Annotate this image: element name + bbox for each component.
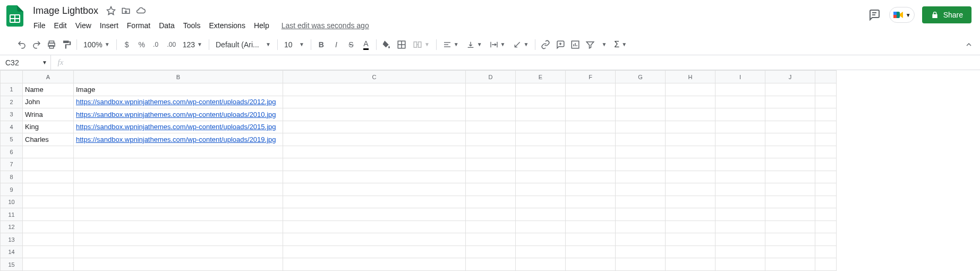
cell-I5[interactable] (715, 133, 765, 146)
cell-B13[interactable] (74, 233, 283, 246)
cell-D7[interactable] (466, 158, 516, 171)
cell-A7[interactable] (23, 158, 74, 171)
cell-G9[interactable] (616, 183, 666, 196)
cell-D13[interactable] (466, 233, 516, 246)
cell-B8[interactable] (74, 171, 283, 183)
cell-extra-13[interactable] (815, 233, 837, 246)
cell-E10[interactable] (516, 196, 566, 208)
cell-H9[interactable] (666, 183, 715, 196)
cell-extra-7[interactable] (815, 158, 837, 171)
cell-extra-5[interactable] (815, 133, 837, 146)
cell-J3[interactable] (765, 108, 815, 121)
row-header-7[interactable]: 7 (1, 158, 23, 171)
name-box[interactable]: C32 ▼ (0, 55, 51, 70)
cell-C6[interactable] (283, 146, 466, 158)
cell-extra-4[interactable] (815, 121, 837, 133)
col-header-J[interactable]: J (765, 71, 815, 83)
cell-E1[interactable] (516, 83, 566, 96)
cell-C7[interactable] (283, 158, 466, 171)
cell-C14[interactable] (283, 245, 466, 258)
row-header-2[interactable]: 2 (1, 96, 23, 108)
cell-A13[interactable] (23, 233, 74, 246)
cell-H7[interactable] (666, 158, 715, 171)
cell-I10[interactable] (715, 196, 765, 208)
cell-I1[interactable] (715, 83, 765, 96)
cell-F14[interactable] (566, 245, 616, 258)
strikethrough-button[interactable]: S (344, 38, 358, 52)
cell-I8[interactable] (715, 171, 765, 183)
cell-E6[interactable] (516, 146, 566, 158)
menu-format[interactable]: Format (123, 19, 154, 32)
cell-I9[interactable] (715, 183, 765, 196)
cell-I6[interactable] (715, 146, 765, 158)
col-header-F[interactable]: F (566, 71, 616, 83)
cell-F15[interactable] (566, 258, 616, 271)
cell-J4[interactable] (765, 121, 815, 133)
cell-J15[interactable] (765, 258, 815, 271)
cell-B15[interactable] (74, 258, 283, 271)
borders-button[interactable] (395, 38, 408, 52)
cell-E5[interactable] (516, 133, 566, 146)
cell-D14[interactable] (466, 245, 516, 258)
cell-D8[interactable] (466, 171, 516, 183)
cell-extra-10[interactable] (815, 196, 837, 208)
col-header-extra[interactable] (815, 71, 837, 83)
col-header-G[interactable]: G (616, 71, 666, 83)
cell-G5[interactable] (616, 133, 666, 146)
percent-button[interactable]: % (135, 38, 149, 52)
cell-E2[interactable] (516, 96, 566, 108)
cell-E4[interactable] (516, 121, 566, 133)
row-header-14[interactable]: 14 (1, 245, 23, 258)
cell-B10[interactable] (74, 196, 283, 208)
cell-H6[interactable] (666, 146, 715, 158)
cell-G6[interactable] (616, 146, 666, 158)
share-button[interactable]: Share (922, 6, 972, 23)
increase-decimal-button[interactable]: .00 (165, 38, 178, 52)
row-header-15[interactable]: 15 (1, 258, 23, 271)
star-icon[interactable] (106, 5, 116, 16)
cell-F1[interactable] (566, 83, 616, 96)
row-header-13[interactable]: 13 (1, 233, 23, 246)
cell-B2[interactable]: https://sandbox.wpninjathemes.com/wp-con… (74, 96, 283, 108)
cell-F12[interactable] (566, 221, 616, 233)
cell-G8[interactable] (616, 171, 666, 183)
cell-G11[interactable] (616, 208, 666, 221)
cell-G1[interactable] (616, 83, 666, 96)
cell-D11[interactable] (466, 208, 516, 221)
cell-extra-8[interactable] (815, 171, 837, 183)
filter-views-button[interactable]: ▼ (598, 38, 610, 52)
row-header-5[interactable]: 5 (1, 133, 23, 146)
cell-J5[interactable] (765, 133, 815, 146)
cell-C8[interactable] (283, 171, 466, 183)
doc-title[interactable]: Image Lightbox (30, 4, 101, 18)
print-button[interactable] (45, 38, 58, 52)
cell-D6[interactable] (466, 146, 516, 158)
cell-D4[interactable] (466, 121, 516, 133)
cell-F8[interactable] (566, 171, 616, 183)
paint-format-button[interactable] (59, 38, 73, 52)
cell-E7[interactable] (516, 158, 566, 171)
cell-D2[interactable] (466, 96, 516, 108)
functions-button[interactable]: Σ▼ (611, 38, 630, 52)
cell-I4[interactable] (715, 121, 765, 133)
number-format-select[interactable]: 123▼ (180, 38, 206, 52)
cell-H11[interactable] (666, 208, 715, 221)
cell-E12[interactable] (516, 221, 566, 233)
cell-C3[interactable] (283, 108, 466, 121)
cell-J11[interactable] (765, 208, 815, 221)
cell-extra-3[interactable] (815, 108, 837, 121)
cell-E15[interactable] (516, 258, 566, 271)
collapse-toolbar-button[interactable] (962, 38, 976, 52)
cell-H13[interactable] (666, 233, 715, 246)
cell-C5[interactable] (283, 133, 466, 146)
cell-B6[interactable] (74, 146, 283, 158)
cell-extra-9[interactable] (815, 183, 837, 196)
cell-B1[interactable]: Image (74, 83, 283, 96)
cell-extra-12[interactable] (815, 221, 837, 233)
cell-H8[interactable] (666, 171, 715, 183)
cell-F2[interactable] (566, 96, 616, 108)
cell-extra-6[interactable] (815, 146, 837, 158)
undo-button[interactable] (15, 38, 29, 52)
row-header-12[interactable]: 12 (1, 221, 23, 233)
col-header-H[interactable]: H (666, 71, 715, 83)
